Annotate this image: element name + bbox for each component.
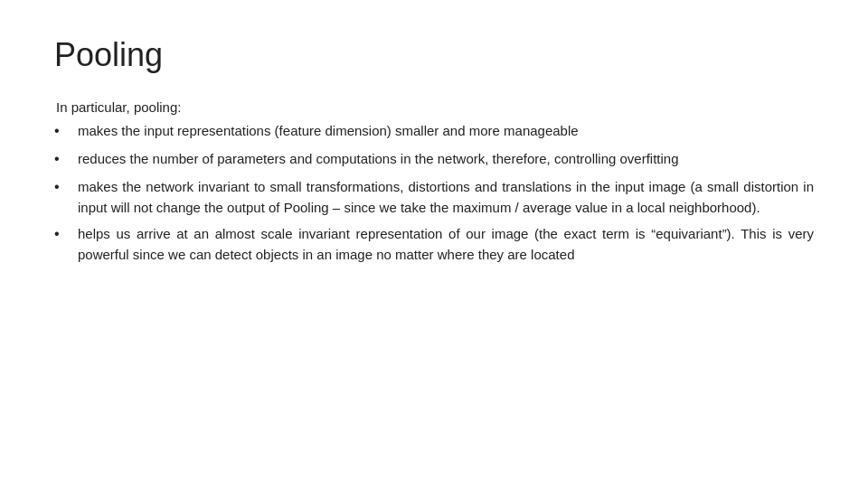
bullet-text-2: reduces the number of parameters and com…	[78, 148, 814, 169]
bullet-symbol-4: •	[54, 223, 72, 246]
bullet-item-1: • makes the input representations (featu…	[54, 120, 814, 143]
bullet-symbol-3: •	[54, 176, 72, 199]
bullet-item-4: • helps us arrive at an almost scale inv…	[54, 223, 814, 266]
bullet-text-3: makes the network invariant to small tra…	[78, 176, 814, 219]
slide: Pooling In particular, pooling: • makes …	[0, 0, 868, 488]
bullet-list: • makes the input representations (featu…	[54, 120, 814, 271]
bullet-item-2: • reduces the number of parameters and c…	[54, 148, 814, 171]
bullet-text-4: helps us arrive at an almost scale invar…	[78, 223, 814, 266]
bullet-symbol-2: •	[54, 148, 72, 171]
bullet-item-3: • makes the network invariant to small t…	[54, 176, 814, 219]
slide-title: Pooling	[54, 36, 814, 74]
intro-text: In particular, pooling:	[56, 99, 814, 115]
bullet-text-1: makes the input representations (feature…	[78, 120, 814, 141]
bullet-symbol-1: •	[54, 120, 72, 143]
